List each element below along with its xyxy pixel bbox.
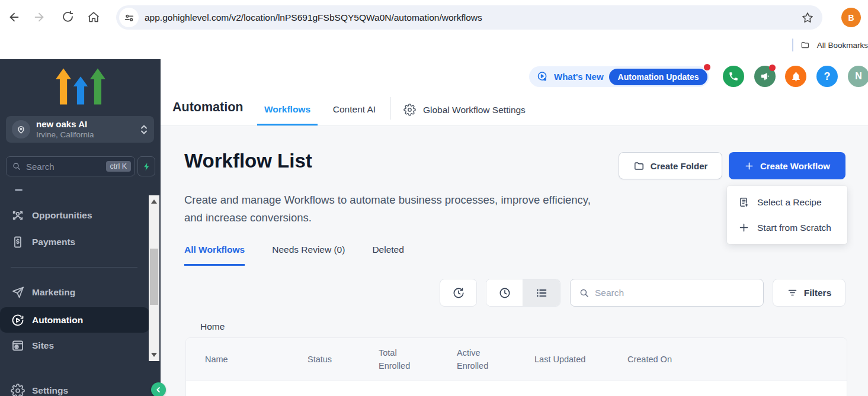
search-icon bbox=[579, 288, 590, 298]
global-workflow-settings-link[interactable]: Global Workflow Settings bbox=[403, 104, 526, 116]
phone-button[interactable] bbox=[723, 66, 744, 87]
sidebar-item-opportunities[interactable]: Opportunities bbox=[0, 204, 149, 227]
location-switcher[interactable]: new oaks AI Irvine, California bbox=[6, 116, 154, 143]
forward-icon bbox=[28, 7, 50, 28]
workflow-search-input[interactable] bbox=[595, 288, 755, 298]
gear-icon bbox=[403, 104, 416, 116]
column-header-status: Status bbox=[308, 353, 379, 366]
whats-new-button[interactable]: What's New Automation Updates bbox=[529, 66, 709, 87]
whats-new-label: What's New bbox=[554, 72, 604, 82]
highlevel-logo bbox=[52, 67, 110, 105]
user-avatar-initial: N bbox=[855, 71, 862, 82]
menu-item-start-from-scratch[interactable]: Start from Scratch bbox=[727, 215, 847, 240]
bookmarks-folder-icon bbox=[800, 40, 810, 50]
sidebar-item-sites[interactable]: Sites bbox=[0, 334, 149, 358]
main-content: Workflow List Create and manage Workflow… bbox=[161, 126, 868, 396]
keyboard-shortcut-badge: ctrl K bbox=[106, 161, 131, 172]
lightning-bolt-icon bbox=[142, 162, 151, 172]
browser-toolbar: app.gohighlevel.com/v2/location/lnPS691g… bbox=[0, 0, 868, 34]
clock-icon bbox=[498, 286, 511, 300]
menu-item-select-recipe[interactable]: Select a Recipe bbox=[727, 189, 847, 215]
sidebar-search-input[interactable] bbox=[26, 162, 106, 172]
sidebar-item-label: Settings bbox=[32, 385, 68, 396]
url-text[interactable]: app.gohighlevel.com/v2/location/lnPS691g… bbox=[145, 12, 796, 23]
all-bookmarks-button[interactable]: All Bookmarks bbox=[792, 37, 868, 53]
column-header-created-on: Created On bbox=[627, 353, 847, 366]
tab-all-workflows[interactable]: All Workflows bbox=[184, 244, 245, 266]
tab-needs-review[interactable]: Needs Review (0) bbox=[272, 244, 345, 266]
list-icon bbox=[535, 286, 548, 300]
automation-updates-badge[interactable]: Automation Updates bbox=[609, 69, 708, 85]
phone-icon bbox=[728, 71, 739, 82]
quick-actions-button[interactable] bbox=[137, 156, 155, 176]
sidebar-divider bbox=[11, 267, 137, 268]
table-header-row: Name Status Total Enrolled Active Enroll… bbox=[186, 338, 847, 381]
location-name: new oaks AI bbox=[36, 119, 140, 130]
whats-new-icon bbox=[536, 70, 549, 83]
bookmarks-bar: All Bookmarks bbox=[0, 34, 868, 56]
column-header-active-enrolled: Active Enrolled bbox=[457, 346, 534, 372]
bookmarks-divider bbox=[792, 38, 793, 51]
home-icon[interactable] bbox=[83, 7, 104, 28]
create-workflow-label: Create Workflow bbox=[760, 161, 830, 171]
announcements-button[interactable] bbox=[754, 66, 776, 87]
menu-item-label: Select a Recipe bbox=[757, 197, 822, 208]
scrollbar-down-arrow[interactable] bbox=[151, 353, 157, 357]
url-bar[interactable]: app.gohighlevel.com/v2/location/lnPS691g… bbox=[116, 5, 822, 30]
chevron-up-down-icon bbox=[140, 124, 148, 136]
back-icon[interactable] bbox=[4, 7, 25, 28]
sidebar-search[interactable]: ctrl K bbox=[6, 156, 135, 176]
location-city: Irvine, California bbox=[36, 130, 140, 140]
create-folder-button[interactable]: Create Folder bbox=[619, 152, 722, 179]
sidebar-item-settings[interactable]: Settings bbox=[0, 379, 149, 396]
settings-gear-icon bbox=[11, 384, 25, 396]
notifications-button[interactable] bbox=[785, 66, 806, 87]
tab-deleted[interactable]: Deleted bbox=[372, 244, 403, 266]
sidebar-item-label: Payments bbox=[32, 237, 75, 247]
sidebar-collapse-button[interactable] bbox=[151, 382, 166, 396]
history-clock-icon bbox=[452, 286, 465, 300]
sidebar-item-label: Automation bbox=[32, 315, 83, 326]
recipe-icon bbox=[738, 197, 750, 208]
page-section-title: Automation bbox=[172, 100, 243, 115]
sidebar-item-label: Opportunities bbox=[32, 210, 92, 221]
create-folder-label: Create Folder bbox=[651, 161, 708, 171]
help-button[interactable]: ? bbox=[816, 66, 838, 87]
screen: app.gohighlevel.com/v2/location/lnPS691g… bbox=[0, 0, 868, 396]
bookmark-star-icon[interactable] bbox=[801, 11, 814, 24]
tab-workflows[interactable]: Workflows bbox=[257, 104, 318, 125]
browser-profile-avatar[interactable]: B bbox=[841, 8, 861, 27]
opportunities-icon bbox=[11, 208, 25, 223]
sidebar-scrollbar[interactable] bbox=[149, 195, 159, 361]
column-header-total-enrolled: Total Enrolled bbox=[379, 346, 457, 372]
history-button[interactable] bbox=[440, 279, 477, 307]
location-text: new oaks AI Irvine, California bbox=[36, 119, 140, 140]
tab-content-ai[interactable]: Content AI bbox=[330, 104, 379, 125]
header-divider bbox=[390, 97, 390, 120]
filters-button[interactable]: Filters bbox=[773, 279, 845, 307]
site-settings-icon[interactable] bbox=[119, 8, 139, 27]
workflow-search[interactable] bbox=[570, 279, 764, 307]
filter-lines-icon bbox=[787, 287, 798, 298]
user-avatar[interactable]: N bbox=[848, 66, 868, 87]
plus-icon bbox=[744, 161, 754, 171]
partial-scrolled-item bbox=[15, 189, 23, 191]
list-view-button[interactable] bbox=[523, 279, 560, 306]
create-workflow-button[interactable]: Create Workflow bbox=[729, 152, 845, 179]
question-mark-icon: ? bbox=[824, 70, 831, 83]
whats-new-notification-dot bbox=[704, 64, 710, 70]
chevron-left-icon bbox=[155, 386, 162, 394]
scrollbar-up-arrow[interactable] bbox=[151, 199, 157, 204]
global-workflow-settings-label: Global Workflow Settings bbox=[423, 105, 526, 115]
sidebar-item-automation[interactable]: Automation bbox=[0, 307, 149, 333]
sidebar-item-marketing[interactable]: Marketing bbox=[0, 281, 149, 304]
breadcrumb-home[interactable]: Home bbox=[200, 321, 225, 332]
sidebar: new oaks AI Irvine, California ctrl K Op… bbox=[0, 59, 161, 396]
reload-icon[interactable] bbox=[57, 7, 78, 28]
sidebar-item-payments[interactable]: Payments bbox=[0, 230, 149, 254]
menu-item-label: Start from Scratch bbox=[757, 223, 831, 233]
sidebar-item-label: Sites bbox=[32, 340, 54, 351]
bookmarks-label: All Bookmarks bbox=[817, 41, 868, 50]
scrollbar-thumb[interactable] bbox=[150, 249, 158, 305]
time-view-button[interactable] bbox=[486, 279, 523, 306]
